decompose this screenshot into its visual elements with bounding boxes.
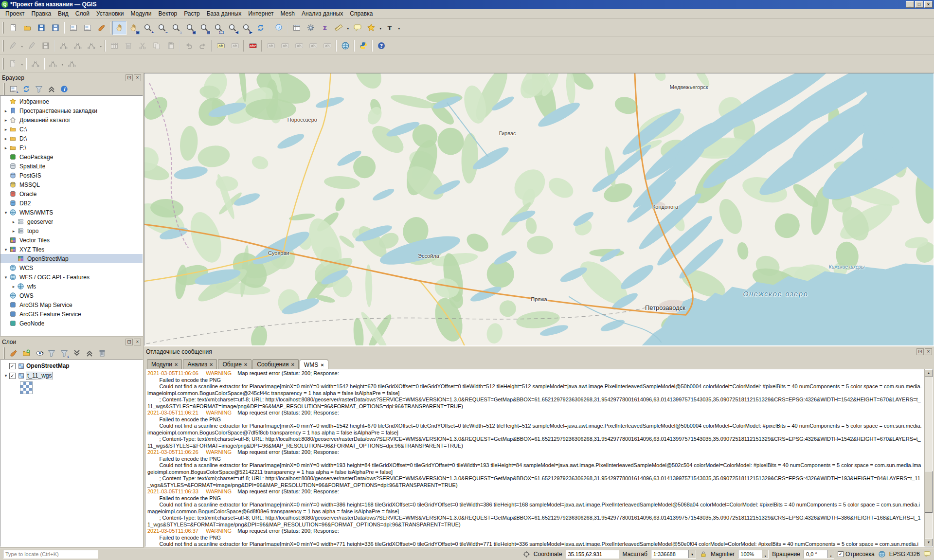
layer-item-t-11-wgs-layer[interactable]: ▾✓t_11_wgs [0, 371, 143, 380]
log-tab-сообщения[interactable]: Сообщения× [252, 359, 299, 369]
browser-item-oracle[interactable]: Oracle [0, 189, 143, 199]
show-statistical-summary-button[interactable]: Σ [318, 21, 332, 35]
tree-collapse-icon[interactable]: ▾ [2, 210, 9, 215]
menu-item-6[interactable]: Вектор [155, 9, 180, 18]
layer-visibility-checkbox[interactable]: ✓ [9, 363, 16, 369]
toolbar-grip[interactable] [3, 347, 5, 359]
log-tab-модули[interactable]: Модули× [147, 359, 182, 369]
toolbar-grip[interactable] [3, 83, 5, 95]
collapse-all-button[interactable] [46, 83, 57, 95]
browser-item-postgis[interactable]: PostGIS [0, 171, 143, 180]
manage-map-themes-button[interactable]: ▾ [33, 347, 45, 359]
tab-close-icon[interactable]: × [210, 362, 213, 367]
menu-item-8[interactable]: База данных [203, 9, 245, 18]
browser-item-arcgis-map-service[interactable]: ArcGIS Map Service [0, 300, 143, 309]
add-group-button[interactable] [20, 347, 32, 359]
scroll-down-icon[interactable]: ▼ [925, 539, 933, 546]
browser-item-wfs-ogc[interactable]: ▾WFS / OGC API - Features [0, 272, 143, 282]
scroll-up-icon[interactable]: ▲ [925, 369, 933, 377]
magnifier-spinner[interactable]: 100% ▴▾ [738, 550, 769, 559]
browser-item-vector-tiles[interactable]: Vector Tiles [0, 235, 143, 245]
project-save-as-button[interactable] [48, 21, 62, 35]
browser-item-topo[interactable]: ▸topo [0, 226, 143, 235]
crs-label[interactable]: EPSG:4326 [889, 551, 920, 558]
menu-item-4[interactable]: Установки [93, 9, 127, 18]
metasearch-button[interactable] [338, 39, 352, 53]
log-float-button[interactable]: ⊡ [916, 348, 924, 355]
help-contents-button[interactable]: ? [374, 39, 388, 53]
layer-expand-icon[interactable]: ▾ [2, 373, 9, 378]
menu-item-7[interactable]: Растр [180, 9, 203, 18]
tree-collapse-icon[interactable]: ▾ [2, 275, 9, 280]
rotation-spin-icons[interactable]: ▴▾ [827, 550, 834, 558]
scale-lock-icon[interactable] [700, 550, 707, 558]
identify-features-button[interactable]: i [271, 21, 286, 35]
menu-item-3[interactable]: Слой [72, 9, 93, 18]
filter-by-expression-button[interactable]: ε [58, 347, 70, 359]
layer-item-openstreetmap-layer[interactable]: ✓OpenStreetMap [0, 361, 143, 371]
refresh-map-button[interactable] [253, 21, 268, 35]
rotation-spinner[interactable]: 0,0 ° ▴▾ [804, 550, 834, 559]
browser-item-spatial-bookmarks[interactable]: ▸Пространственные закладки [0, 106, 143, 115]
refresh-browser-button[interactable] [20, 83, 32, 95]
project-save-button[interactable] [34, 21, 48, 35]
tree-expand-icon[interactable]: ▸ [2, 108, 9, 113]
log-close-button[interactable]: × [925, 348, 932, 355]
manage-map-themes-dropdown-icon[interactable]: ▾ [41, 351, 43, 355]
text-annotation-dropdown-icon[interactable]: ▾ [398, 27, 400, 31]
text-annotation-button[interactable]: T▾ [383, 21, 401, 35]
locate-input[interactable] [3, 550, 98, 559]
menu-item-11[interactable]: Анализ данных [298, 9, 346, 18]
render-checkbox[interactable]: ✓ Отрисовка [838, 551, 875, 558]
browser-item-geoserver[interactable]: ▸geoserver [0, 217, 143, 226]
zoom-last-button[interactable]: ◀ [225, 21, 239, 35]
magnifier-spin-icons[interactable]: ▴▾ [762, 550, 768, 558]
zoom-to-layer-button[interactable]: ▤ [197, 21, 211, 35]
menu-item-9[interactable]: Интернет [245, 9, 277, 18]
layout-manager-button[interactable] [80, 21, 94, 35]
filter-browser-button[interactable] [33, 83, 45, 95]
browser-item-openstreetmap[interactable]: OpenStreetMap [0, 254, 143, 263]
filter-legend-button[interactable] [46, 347, 57, 359]
menu-item-0[interactable]: Проект [2, 9, 28, 18]
vertex-tool-dropdown-icon[interactable]: ▾ [100, 45, 102, 49]
layer-labeling-button[interactable]: ab [214, 39, 228, 53]
zoom-full-button[interactable]: ⌂ [169, 21, 183, 35]
scale-combo[interactable]: 1:336688 ▾ [651, 550, 696, 559]
tree-expand-icon[interactable]: ▸ [2, 127, 9, 132]
map-canvas[interactable]: ПоросозероМедвежьегорскГирвасКондопогаСу… [144, 73, 934, 346]
browser-item-drive-c[interactable]: ▸C:\ [0, 125, 143, 134]
layer-visibility-checkbox[interactable]: ✓ [9, 373, 16, 379]
log-scrollbar[interactable]: ▲ ▼ [924, 369, 933, 546]
current-edits-dropdown-icon[interactable]: ▾ [21, 45, 23, 49]
menu-item-5[interactable]: Модули [127, 9, 155, 18]
tree-expand-icon[interactable]: ▸ [10, 219, 17, 224]
tree-collapse-icon[interactable]: ▾ [2, 247, 9, 252]
tree-expand-icon[interactable]: ▸ [2, 136, 9, 141]
messages-icon[interactable] [923, 550, 931, 558]
options-button[interactable] [304, 21, 318, 35]
new-spatial-bookmark-dropdown-icon[interactable]: ▾ [379, 27, 381, 31]
zoom-next-button[interactable]: ▶ [239, 21, 253, 35]
layers-float-button[interactable]: ⊡ [126, 339, 133, 345]
toolbar-grip[interactable] [2, 58, 4, 70]
browser-item-ows[interactable]: OWS [0, 291, 143, 300]
new-spatial-bookmark-button[interactable]: ▾ [364, 21, 383, 35]
browser-item-drive-d[interactable]: ▸D:\ [0, 134, 143, 143]
tab-close-icon[interactable]: × [244, 362, 247, 367]
pan-to-selection-button[interactable]: ▣ [126, 21, 141, 35]
toolbar-grip[interactable] [2, 40, 4, 52]
browser-float-button[interactable]: ⊡ [126, 74, 133, 81]
browser-item-db2[interactable]: DB2 [0, 199, 143, 208]
menu-item-10[interactable]: Mesh [277, 9, 298, 18]
expand-all-button[interactable] [71, 347, 83, 359]
measure-line-button[interactable]: ▾ [332, 21, 350, 35]
browser-item-xyz-tiles[interactable]: ▾XYZ Tiles [0, 245, 143, 254]
open-attribute-table-button[interactable] [289, 21, 304, 35]
ma ximize-button[interactable]: □ [915, 1, 923, 8]
menu-item-2[interactable]: Вид [54, 9, 72, 18]
tree-expand-icon[interactable]: ▸ [2, 145, 9, 150]
render-checkbox-box[interactable]: ✓ [838, 551, 844, 557]
layers-close-button[interactable]: × [134, 339, 141, 345]
browser-close-button[interactable]: × [134, 74, 141, 81]
